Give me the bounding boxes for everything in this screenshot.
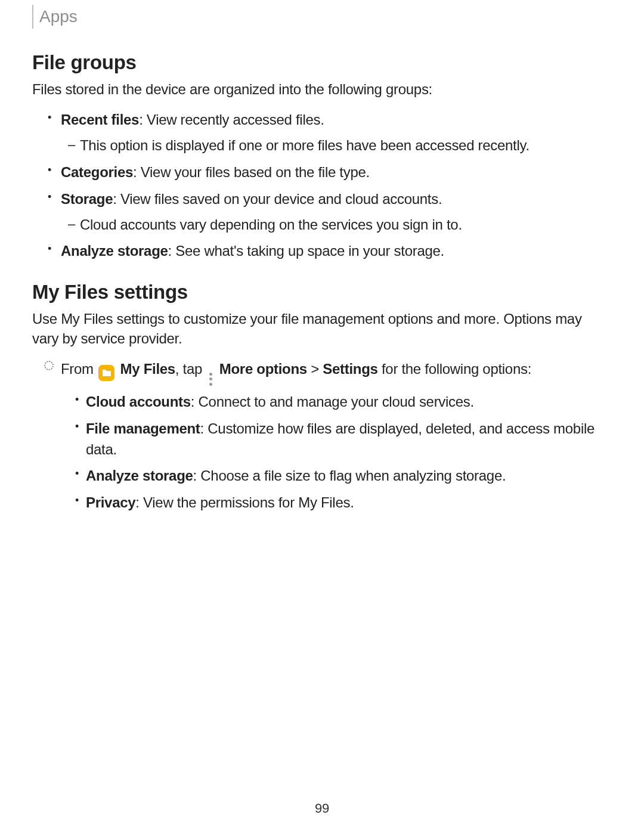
- list-item: Analyze storage: Choose a file size to f…: [61, 466, 608, 487]
- document-page: Apps File groups Files stored in the dev…: [0, 0, 644, 568]
- heading-file-groups: File groups: [32, 51, 608, 74]
- item-label: Cloud accounts: [86, 394, 191, 410]
- item-desc: Cloud accounts vary depending on the ser…: [80, 216, 462, 233]
- item-desc: : Choose a file size to flag when analyz…: [193, 467, 506, 484]
- from-instruction: From My Files, tap More options > Settin…: [32, 359, 608, 513]
- breadcrumb-label: Apps: [39, 7, 78, 26]
- item-desc: : View the permissions for My Files.: [135, 494, 354, 510]
- from-pre: From: [61, 361, 97, 377]
- item-label: Recent files: [61, 112, 139, 128]
- item-label: Privacy: [86, 494, 135, 510]
- list-item: This option is displayed if one or more …: [61, 135, 608, 156]
- breadcrumb-bar: [32, 5, 33, 29]
- item-label: Storage: [61, 191, 113, 207]
- item-desc: This option is displayed if one or more …: [80, 137, 530, 153]
- list-item: Privacy: View the permissions for My Fil…: [61, 493, 608, 513]
- list-file-groups: Recent files: View recently accessed fil…: [32, 110, 608, 262]
- list-item: Storage: View files saved on your device…: [32, 189, 608, 236]
- lead-file-groups: Files stored in the device are organized…: [32, 80, 608, 99]
- item-desc: : View files saved on your device and cl…: [113, 191, 442, 207]
- from-marker-icon: [44, 361, 54, 370]
- item-label: Categories: [61, 164, 133, 180]
- lead-my-files-settings: Use My Files settings to customize your …: [32, 309, 608, 348]
- from-post: for the following options:: [378, 361, 531, 377]
- item-label: File management: [86, 420, 200, 436]
- item-desc: : View your files based on the file type…: [133, 164, 370, 180]
- sublist: Cloud accounts vary depending on the ser…: [61, 215, 608, 236]
- item-desc: : View recently accessed files.: [139, 112, 324, 128]
- item-desc: : See what's taking up space in your sto…: [168, 243, 444, 259]
- list-item: File management: Customize how files are…: [61, 419, 608, 460]
- more-options-icon: [208, 373, 213, 386]
- from-settings: Settings: [323, 361, 377, 377]
- page-number: 99: [0, 801, 644, 816]
- item-desc: : Connect to and manage your cloud servi…: [191, 394, 474, 410]
- my-files-app-icon: [98, 365, 114, 381]
- list-settings-options: Cloud accounts: Connect to and manage yo…: [61, 392, 608, 513]
- from-gt: >: [307, 361, 323, 377]
- sublist: This option is displayed if one or more …: [61, 135, 608, 156]
- list-item: Cloud accounts vary depending on the ser…: [61, 215, 608, 236]
- item-label: Analyze storage: [86, 467, 193, 484]
- list-item: Recent files: View recently accessed fil…: [32, 110, 608, 156]
- breadcrumb: Apps: [32, 5, 608, 29]
- from-app: My Files: [120, 361, 175, 377]
- from-mid: , tap: [175, 361, 206, 377]
- list-item: Cloud accounts: Connect to and manage yo…: [61, 392, 608, 413]
- list-item: Analyze storage: See what's taking up sp…: [32, 241, 608, 262]
- heading-my-files-settings: My Files settings: [32, 281, 608, 304]
- list-item: Categories: View your files based on the…: [32, 162, 608, 183]
- item-label: Analyze storage: [61, 243, 168, 259]
- from-more: More options: [219, 361, 307, 377]
